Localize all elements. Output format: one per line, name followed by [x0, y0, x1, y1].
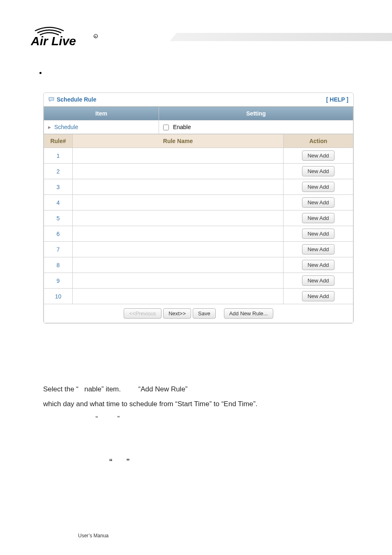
table-row: 1New Add	[44, 148, 353, 164]
rule-name-cell	[73, 289, 284, 304]
enable-checkbox-wrap[interactable]: Enable	[163, 124, 191, 130]
rule-action-cell: New Add	[284, 148, 353, 164]
rule-name-cell	[73, 164, 284, 179]
speech-bubble-icon	[48, 97, 54, 102]
rule-action-cell: New Add	[284, 289, 353, 304]
rule-action-cell: New Add	[284, 164, 353, 179]
new-add-button[interactable]: New Add	[302, 166, 334, 176]
text-frag: “	[96, 415, 98, 423]
table-row: 9New Add	[44, 273, 353, 289]
rule-number: 6	[44, 226, 73, 242]
table-row: 2New Add	[44, 164, 353, 179]
text-frag: “	[109, 458, 113, 465]
new-add-button[interactable]: New Add	[302, 260, 334, 270]
rule-number: 10	[44, 289, 73, 304]
rules-header-row: Rule# Rule Name Action	[44, 134, 353, 148]
rule-name-cell	[73, 257, 284, 273]
bullet-icon	[39, 72, 42, 74]
new-add-button[interactable]: New Add	[302, 182, 334, 192]
rule-number: 4	[44, 195, 73, 210]
text-frag: Select the “	[43, 385, 78, 393]
new-add-button[interactable]: New Add	[302, 229, 334, 239]
rule-name-cell	[73, 179, 284, 195]
next-button[interactable]: Next>>	[163, 308, 191, 319]
settings-table: Item Setting ▸ Schedule Enable	[44, 106, 353, 134]
rule-action-cell: New Add	[284, 226, 353, 242]
add-new-rule-button[interactable]: Add New Rule...	[224, 308, 273, 319]
rule-name-cell	[73, 273, 284, 289]
rule-name-cell	[73, 148, 284, 164]
rule-action-cell: New Add	[284, 195, 353, 210]
rule-action-cell: New Add	[284, 210, 353, 226]
enable-label: Enable	[173, 124, 191, 130]
text-frag: ”	[117, 415, 120, 423]
rule-number: 7	[44, 242, 73, 257]
rule-number: 1	[44, 148, 73, 164]
table-row: 10New Add	[44, 289, 353, 304]
table-row: 3New Add	[44, 179, 353, 195]
rule-name-cell	[73, 195, 284, 210]
col-action: Action	[284, 134, 353, 148]
svg-text:R: R	[95, 35, 97, 38]
panel-title-bar: Schedule Rule [ HELP ]	[44, 93, 353, 106]
table-row: 5New Add	[44, 210, 353, 226]
rules-table: Rule# Rule Name Action 1New Add2New Add3…	[44, 134, 353, 323]
save-button[interactable]: Save	[193, 308, 216, 319]
header-item: Item	[44, 107, 159, 120]
text-frag: “Add New Rule”	[138, 385, 188, 393]
text-frag: ”	[126, 458, 130, 465]
rule-action-cell: New Add	[284, 179, 353, 195]
new-add-button[interactable]: New Add	[302, 275, 334, 286]
new-add-button[interactable]: New Add	[302, 244, 334, 254]
new-add-button[interactable]: New Add	[302, 213, 334, 223]
table-row: 6New Add	[44, 226, 353, 242]
rule-action-cell: New Add	[284, 273, 353, 289]
rule-number: 8	[44, 257, 73, 273]
rule-number: 2	[44, 164, 73, 179]
enable-checkbox[interactable]	[163, 125, 169, 130]
table-row: 4New Add	[44, 195, 353, 210]
brand-logo: Air Live R	[31, 25, 101, 47]
new-add-button[interactable]: New Add	[302, 291, 334, 301]
settings-header-row: Item Setting	[44, 107, 353, 120]
table-row: 8New Add	[44, 257, 353, 273]
rule-name-cell	[73, 210, 284, 226]
table-row: 7New Add	[44, 242, 353, 257]
page-footer: User’s Manua	[78, 533, 108, 539]
header-band	[119, 33, 392, 49]
schedule-label[interactable]: Schedule	[54, 124, 78, 130]
prev-button: <<Previous	[124, 308, 161, 319]
new-add-button[interactable]: New Add	[302, 150, 334, 161]
rule-name-cell	[73, 226, 284, 242]
col-rule: Rule#	[44, 134, 73, 148]
schedule-row: ▸ Schedule Enable	[44, 120, 353, 134]
rule-action-cell: New Add	[284, 257, 353, 273]
rule-number: 5	[44, 210, 73, 226]
svg-text:Air Live: Air Live	[31, 34, 76, 47]
text-frag: nable” item.	[84, 385, 121, 393]
panel-title-text: Schedule Rule	[57, 96, 96, 103]
caret-icon: ▸	[48, 124, 51, 130]
body-text: Select the “ nable” item. “Add New Rule”…	[43, 382, 354, 469]
col-rulename: Rule Name	[73, 134, 284, 148]
header-setting: Setting	[159, 107, 353, 120]
new-add-button[interactable]: New Add	[302, 197, 334, 208]
help-link[interactable]: [ HELP ]	[326, 96, 348, 103]
rule-action-cell: New Add	[284, 242, 353, 257]
text-line: which day and what time to schedule from…	[43, 397, 354, 411]
rule-number: 9	[44, 273, 73, 289]
schedule-rule-panel: Schedule Rule [ HELP ] Item Setting ▸ Sc…	[43, 92, 354, 324]
rule-name-cell	[73, 242, 284, 257]
rule-number: 3	[44, 179, 73, 195]
footer-row: <<Previous Next>> Save Add New Rule...	[44, 304, 353, 323]
